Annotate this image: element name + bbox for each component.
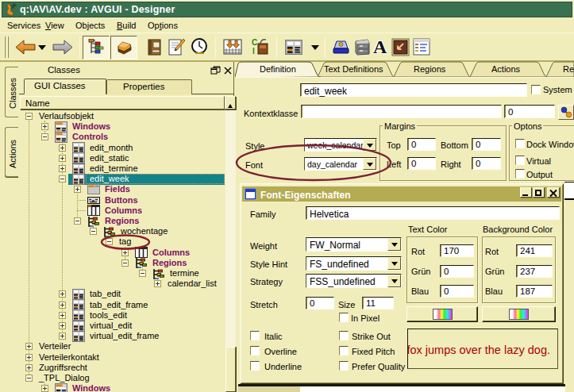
svg-text:C: C	[252, 38, 257, 47]
svg-text:I: I	[252, 47, 255, 56]
